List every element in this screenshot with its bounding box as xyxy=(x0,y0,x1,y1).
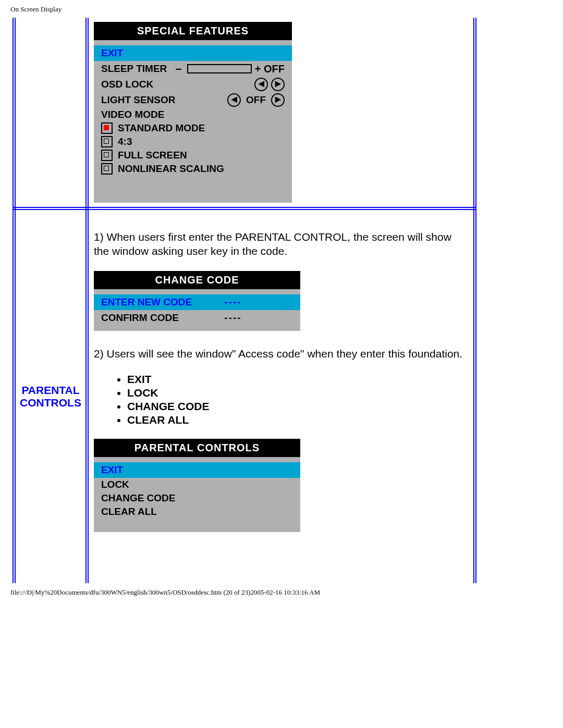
cc-enter-new[interactable]: ENTER NEW CODE ---- xyxy=(94,294,300,310)
left-arrow-icon[interactable]: ◀ xyxy=(254,78,268,91)
left-arrow-icon[interactable]: ◀ xyxy=(227,93,241,107)
list-item: EXIT xyxy=(127,373,468,386)
sf-mode-nonlinear[interactable]: NONLINEAR SCALING xyxy=(94,162,292,176)
sf-mode-standard-label: STANDARD MODE xyxy=(118,122,205,134)
sf-light-sensor-label: LIGHT SENSOR xyxy=(101,94,227,106)
section-label: PARENTAL CONTROLS xyxy=(18,384,83,409)
radio-icon xyxy=(101,122,113,134)
page-footer: file:///D|/My%20Documents/dfu/300WN5/eng… xyxy=(0,583,563,602)
cc-confirm[interactable]: CONFIRM CODE ---- xyxy=(94,310,300,326)
list-item: LOCK xyxy=(127,387,468,399)
radio-icon xyxy=(101,163,113,175)
sf-light-sensor-value: OFF xyxy=(241,94,271,106)
change-code-title: CHANGE CODE xyxy=(94,271,300,289)
options-list: EXIT LOCK CHANGE CODE CLEAR ALL xyxy=(113,373,468,426)
special-features-panel: SPECIAL FEATURES EXIT SLEEP TIMER – + OF… xyxy=(94,22,292,203)
list-item: CHANGE CODE xyxy=(127,400,468,413)
sf-sleep-timer-label: SLEEP TIMER xyxy=(101,63,170,75)
sf-video-mode: VIDEO MODE xyxy=(94,108,292,121)
cc-enter-new-label: ENTER NEW CODE xyxy=(101,297,215,308)
sf-mode-fullscreen[interactable]: FULL SCREEN xyxy=(94,149,292,162)
pc-lock[interactable]: LOCK xyxy=(94,478,300,491)
row2-right-cell: 1) When users first enter the PARENTAL C… xyxy=(87,208,475,583)
special-features-title: SPECIAL FEATURES xyxy=(94,22,292,40)
slider-track[interactable] xyxy=(187,64,252,73)
change-code-panel: CHANGE CODE ENTER NEW CODE ---- CONFIRM … xyxy=(94,271,300,331)
pc-clear-all[interactable]: CLEAR ALL xyxy=(94,505,300,519)
pc-change-code[interactable]: CHANGE CODE xyxy=(94,491,300,505)
sf-mode-nonlinear-label: NONLINEAR SCALING xyxy=(118,163,224,175)
right-arrow-icon[interactable]: ▶ xyxy=(271,78,285,91)
paragraph-1: 1) When users first enter the PARENTAL C… xyxy=(94,230,468,258)
parental-title: PARENTAL CONTROLS xyxy=(94,439,300,457)
sf-mode-fullscreen-label: FULL SCREEN xyxy=(118,150,187,161)
content-table: SPECIAL FEATURES EXIT SLEEP TIMER – + OF… xyxy=(13,18,476,583)
sf-sleep-timer[interactable]: SLEEP TIMER – + OFF xyxy=(94,61,292,77)
sf-mode-43[interactable]: 4:3 xyxy=(94,135,292,149)
sf-light-sensor[interactable]: LIGHT SENSOR ◀ OFF ▶ xyxy=(94,92,292,108)
sf-exit[interactable]: EXIT xyxy=(94,45,292,61)
sf-mode-43-label: 4:3 xyxy=(118,136,132,147)
row1-right-cell: SPECIAL FEATURES EXIT SLEEP TIMER – + OF… xyxy=(87,18,475,208)
pc-exit[interactable]: EXIT xyxy=(94,462,300,478)
row2-left-cell: PARENTAL CONTROLS xyxy=(14,208,87,583)
radio-icon xyxy=(101,150,113,161)
parental-controls-panel: PARENTAL CONTROLS EXIT LOCK CHANGE CODE … xyxy=(94,439,300,532)
minus-icon[interactable]: – xyxy=(170,62,187,76)
cc-confirm-label: CONFIRM CODE xyxy=(101,312,215,324)
sf-video-mode-label: VIDEO MODE xyxy=(101,109,285,120)
sf-mode-standard[interactable]: STANDARD MODE xyxy=(94,121,292,135)
sf-osd-lock[interactable]: OSD LOCK ◀ ▶ xyxy=(94,77,292,92)
page-header: On Screen Display xyxy=(0,0,563,18)
radio-icon xyxy=(101,136,113,147)
row1-left-cell xyxy=(14,18,87,208)
sf-sleep-timer-value: + OFF xyxy=(252,63,285,75)
list-item: CLEAR ALL xyxy=(127,414,468,426)
paragraph-2: 2) Users will see the window" Access cod… xyxy=(94,347,468,361)
cc-enter-new-value: ---- xyxy=(215,297,251,308)
cc-confirm-value: ---- xyxy=(215,312,251,324)
sf-osd-lock-label: OSD LOCK xyxy=(101,79,254,90)
right-arrow-icon[interactable]: ▶ xyxy=(271,93,285,107)
